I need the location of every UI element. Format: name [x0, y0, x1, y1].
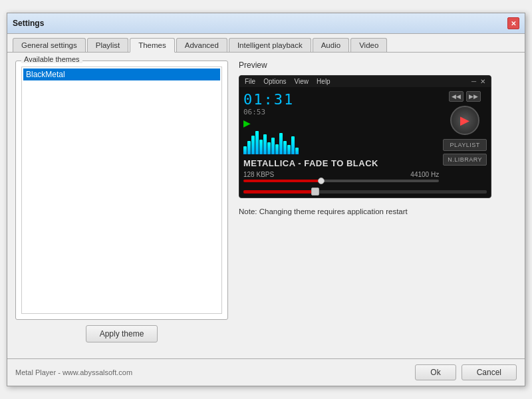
- note-text: Note: Changing theme requires applicatio…: [239, 207, 517, 215]
- prev-next-row: ◀◀ ▶▶: [449, 91, 481, 102]
- eq-bar-3: [251, 136, 255, 154]
- theme-list[interactable]: BlackMetal: [21, 66, 222, 314]
- player-menu-options[interactable]: Options: [263, 78, 286, 85]
- eq-bar-8: [271, 138, 275, 154]
- player-body: 01:31 06:53 ▶: [239, 87, 491, 186]
- bitrate-info: 128 KBPS 44100 Hz: [243, 171, 439, 178]
- tab-audio[interactable]: Audio: [313, 38, 349, 52]
- next-button[interactable]: ▶▶: [466, 91, 481, 102]
- seek-row: [239, 190, 491, 198]
- title-bar: Settings ✕: [7, 13, 525, 34]
- player-close-icon[interactable]: ✕: [480, 78, 485, 85]
- brand-text: Metal Player - www.abyssalsoft.com: [15, 368, 132, 376]
- frequency: 44100 Hz: [410, 171, 439, 178]
- player-duration: 06:53: [243, 108, 439, 116]
- cancel-button[interactable]: Cancel: [462, 364, 517, 380]
- window-title: Settings: [13, 19, 44, 28]
- playlist-button[interactable]: PLAYLIST: [443, 139, 487, 151]
- eq-bar-10: [279, 133, 283, 154]
- player-minimize-icon[interactable]: ─: [471, 78, 476, 85]
- volume-thumb[interactable]: [318, 178, 325, 184]
- apply-theme-button[interactable]: Apply theme: [86, 325, 158, 342]
- available-themes-label: Available themes: [21, 55, 82, 63]
- eq-bar-5: [259, 140, 263, 154]
- preview-label: Preview: [239, 61, 517, 70]
- eq-bar-1: [243, 146, 247, 154]
- player-menu-help[interactable]: Help: [317, 78, 331, 85]
- eq-bar-13: [291, 136, 295, 154]
- play-indicator: ▶: [243, 118, 439, 128]
- right-panel: Preview File Options View Help ─ ✕: [239, 61, 517, 350]
- tab-intelligent-playback[interactable]: Intelligent playback: [229, 38, 311, 52]
- eq-bar-14: [295, 148, 299, 154]
- available-themes-group: Available themes BlackMetal: [15, 61, 228, 320]
- library-button[interactable]: N.LIBRARY: [443, 154, 487, 166]
- volume-row: [243, 180, 439, 182]
- equalizer: [243, 131, 439, 154]
- eq-bar-4: [255, 131, 259, 154]
- theme-item-blackmetal[interactable]: BlackMetal: [23, 68, 220, 80]
- eq-bar-12: [287, 145, 291, 154]
- player-menubar: File Options View Help ─ ✕: [239, 76, 491, 87]
- player-controls-right: ◀◀ ▶▶ ▶ PLAYLIST N.LIBRARY: [443, 91, 487, 166]
- tab-playlist[interactable]: Playlist: [87, 38, 128, 52]
- settings-window: Settings ✕ General settings Playlist The…: [7, 13, 525, 386]
- play-button-big[interactable]: ▶: [450, 106, 479, 135]
- ok-button[interactable]: Ok: [415, 364, 456, 380]
- footer-buttons: Ok Cancel: [415, 364, 517, 380]
- seek-thumb[interactable]: [311, 188, 319, 196]
- volume-track[interactable]: [243, 180, 439, 182]
- close-button[interactable]: ✕: [507, 17, 519, 29]
- footer: Metal Player - www.abyssalsoft.com Ok Ca…: [7, 358, 525, 386]
- bitrate: 128 KBPS: [243, 171, 274, 178]
- player-time: 01:31: [243, 91, 439, 108]
- prev-button[interactable]: ◀◀: [449, 91, 464, 102]
- eq-bar-9: [275, 144, 279, 154]
- track-name: METALLICA - FADE TO BLACK: [243, 158, 439, 168]
- tab-general[interactable]: General settings: [13, 38, 86, 52]
- eq-bar-11: [283, 141, 287, 154]
- side-buttons: PLAYLIST N.LIBRARY: [443, 139, 487, 166]
- player-menu-file[interactable]: File: [245, 78, 255, 85]
- player-left: 01:31 06:53 ▶: [243, 91, 439, 182]
- left-panel: Available themes BlackMetal Apply theme: [15, 61, 228, 350]
- eq-bar-6: [263, 134, 267, 154]
- player-menu-view[interactable]: View: [295, 78, 309, 85]
- tab-video[interactable]: Video: [350, 38, 387, 52]
- content-area: Available themes BlackMetal Apply theme …: [7, 53, 525, 358]
- eq-bar-7: [267, 142, 271, 154]
- apply-btn-row: Apply theme: [15, 325, 228, 342]
- tab-bar: General settings Playlist Themes Advance…: [7, 34, 525, 53]
- seek-track[interactable]: [243, 190, 487, 194]
- player-preview: File Options View Help ─ ✕ 01:31 06:53 ▶: [239, 75, 491, 198]
- tab-advanced[interactable]: Advanced: [176, 38, 227, 52]
- tab-themes[interactable]: Themes: [130, 38, 175, 53]
- eq-bar-2: [247, 141, 251, 154]
